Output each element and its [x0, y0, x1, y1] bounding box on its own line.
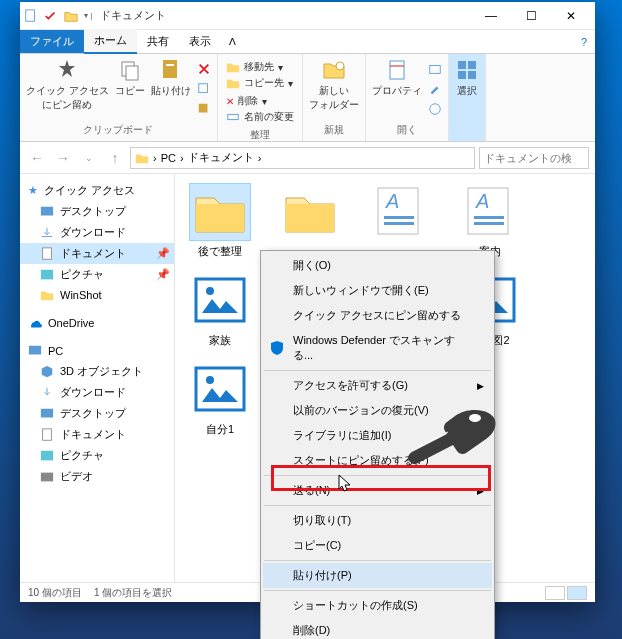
- copy-to-button[interactable]: コピー先 ▾: [226, 76, 294, 90]
- ribbon-collapse-icon[interactable]: ᐱ: [221, 36, 244, 47]
- file-icon: [24, 9, 38, 23]
- nav-3d-objects[interactable]: 3D オブジェクト: [20, 361, 174, 382]
- nav-onedrive[interactable]: OneDrive: [20, 313, 174, 333]
- minimize-button[interactable]: —: [471, 3, 511, 29]
- cm-add-to-library[interactable]: ライブラリに追加(I)▶: [263, 423, 492, 448]
- svg-rect-20: [41, 408, 53, 417]
- file-item[interactable]: A案内: [455, 184, 525, 259]
- maximize-button[interactable]: ☐: [511, 3, 551, 29]
- details-view-button[interactable]: [545, 586, 565, 600]
- nav-winshot[interactable]: WinShot: [20, 285, 174, 305]
- svg-text:A: A: [475, 190, 489, 212]
- cm-shortcut[interactable]: ショートカットの作成(S): [263, 593, 492, 618]
- copy-button[interactable]: コピー: [115, 58, 145, 98]
- icons-view-button[interactable]: [567, 586, 587, 600]
- nav-desktop2[interactable]: デスクトップ: [20, 403, 174, 424]
- file-item[interactable]: 後で整理: [185, 184, 255, 259]
- svg-rect-17: [43, 247, 52, 258]
- breadcrumb-docs[interactable]: ドキュメント: [188, 150, 254, 165]
- delete-button[interactable]: ✕削除 ▾: [226, 94, 294, 108]
- file-item[interactable]: [275, 184, 345, 259]
- file-item[interactable]: 自分1: [185, 362, 255, 437]
- help-icon[interactable]: ?: [573, 36, 595, 48]
- tab-file[interactable]: ファイル: [20, 30, 84, 53]
- svg-rect-23: [41, 472, 53, 481]
- svg-rect-15: [468, 71, 476, 79]
- tab-share[interactable]: 共有: [137, 30, 179, 53]
- paste-shortcut-icon[interactable]: [197, 102, 211, 120]
- svg-rect-16: [41, 206, 53, 215]
- svg-rect-2: [126, 66, 138, 80]
- svg-rect-32: [196, 279, 244, 321]
- nav-documents2[interactable]: ドキュメント: [20, 424, 174, 445]
- nav-downloads2[interactable]: ダウンロード: [20, 382, 174, 403]
- cm-pin-start[interactable]: スタートにピン留めする(P): [263, 448, 492, 473]
- submenu-arrow-icon: ▶: [477, 431, 484, 441]
- cm-cut[interactable]: 切り取り(T): [263, 508, 492, 533]
- svg-rect-31: [474, 222, 504, 225]
- paste-label: 貼り付け: [151, 84, 191, 98]
- forward-button[interactable]: →: [52, 147, 74, 169]
- cm-restore-prev[interactable]: 以前のバージョンの復元(V): [263, 398, 492, 423]
- nav-pictures2[interactable]: ピクチャ: [20, 445, 174, 466]
- address-bar: ← → ⌄ ↑ › PC › ドキュメント ›: [20, 142, 595, 174]
- nav-pane: ★クイック アクセス デスクトップ ダウンロード ドキュメント📌 ピクチャ📌 W…: [20, 174, 175, 582]
- cm-open-new-window[interactable]: 新しいウィンドウで開く(E): [263, 278, 492, 303]
- svg-rect-4: [166, 64, 174, 66]
- cm-delete[interactable]: 削除(D): [263, 618, 492, 639]
- cm-send-to[interactable]: 送る(N)▶: [263, 478, 492, 503]
- back-button[interactable]: ←: [26, 147, 48, 169]
- copy-label: コピー: [115, 84, 145, 98]
- svg-rect-18: [41, 269, 53, 279]
- nav-downloads[interactable]: ダウンロード: [20, 222, 174, 243]
- svg-point-37: [206, 376, 214, 384]
- nav-desktop[interactable]: デスクトップ: [20, 201, 174, 222]
- nav-quick-access[interactable]: ★クイック アクセス: [20, 180, 174, 201]
- nav-pictures[interactable]: ピクチャ📌: [20, 264, 174, 285]
- copy-path-icon[interactable]: [197, 82, 211, 100]
- up-button[interactable]: ↑: [104, 147, 126, 169]
- cm-separator: [264, 590, 491, 591]
- tab-view[interactable]: 表示: [179, 30, 221, 53]
- cm-separator: [264, 505, 491, 506]
- cm-copy[interactable]: コピー(C): [263, 533, 492, 558]
- edit-icon[interactable]: [428, 82, 442, 100]
- file-label: 後で整理: [198, 244, 242, 259]
- svg-rect-12: [458, 61, 466, 69]
- cm-open[interactable]: 開く(O): [263, 253, 492, 278]
- select-button[interactable]: 選択: [455, 58, 479, 98]
- nav-pc[interactable]: PC: [20, 341, 174, 361]
- close-button[interactable]: ✕: [551, 3, 591, 29]
- select-label: 選択: [457, 84, 477, 98]
- svg-text:A: A: [385, 190, 399, 212]
- breadcrumb[interactable]: › PC › ドキュメント ›: [130, 147, 475, 169]
- nav-documents[interactable]: ドキュメント📌: [20, 243, 174, 264]
- recent-button[interactable]: ⌄: [78, 147, 100, 169]
- svg-rect-21: [43, 428, 52, 439]
- history-icon[interactable]: [428, 102, 442, 120]
- new-folder-button[interactable]: 新しい フォルダー: [309, 58, 359, 112]
- file-item[interactable]: A: [365, 184, 435, 259]
- search-input[interactable]: [479, 147, 589, 169]
- pin-quick-access-button[interactable]: クイック アクセス にピン留め: [26, 58, 109, 112]
- cm-give-access[interactable]: アクセスを許可する(G)▶: [263, 373, 492, 398]
- rename-button[interactable]: 名前の変更: [226, 110, 294, 124]
- move-to-button[interactable]: 移動先 ▾: [226, 60, 294, 74]
- open-icon[interactable]: [428, 62, 442, 80]
- cut-icon[interactable]: [197, 62, 211, 80]
- breadcrumb-pc[interactable]: PC: [161, 152, 176, 164]
- window-title: ドキュメント: [100, 8, 166, 23]
- file-item[interactable]: 家族: [185, 273, 255, 348]
- dropdown-icon[interactable]: ▾ |: [84, 11, 92, 20]
- cm-defender[interactable]: Windows Defender でスキャンする...: [263, 328, 492, 368]
- tab-home[interactable]: ホーム: [84, 29, 137, 54]
- breadcrumb-sep: ›: [153, 152, 157, 164]
- properties-button[interactable]: プロパティ: [372, 58, 422, 98]
- paste-button[interactable]: 貼り付け: [151, 58, 191, 98]
- cm-paste[interactable]: 貼り付け(P): [263, 563, 492, 588]
- nav-videos[interactable]: ビデオ: [20, 466, 174, 487]
- cm-pin-quick[interactable]: クイック アクセスにピン留めする: [263, 303, 492, 328]
- pin-quick-label: クイック アクセス にピン留め: [26, 84, 109, 112]
- submenu-arrow-icon: ▶: [477, 381, 484, 391]
- svg-rect-0: [26, 9, 35, 20]
